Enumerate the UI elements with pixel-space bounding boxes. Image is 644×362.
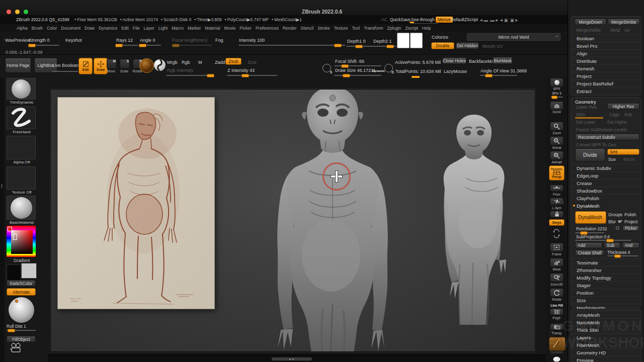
tray-divider-chevron[interactable]: › — [562, 200, 564, 205]
higher-res-button[interactable]: Higher Res — [607, 103, 639, 110]
secondary-color-swatch[interactable] — [21, 263, 37, 279]
subprojection-slider-label[interactable]: SubProjection 0.6 — [576, 234, 610, 239]
panel-section[interactable]: ArrayMesh — [572, 311, 640, 318]
blur-mask-button[interactable]: BlurMask — [493, 57, 513, 64]
resolution-slider-label[interactable]: Resolution 2232 — [576, 226, 607, 231]
dynamesh-button[interactable]: DynaMesh — [575, 211, 606, 224]
cage-button[interactable]: Cage — [609, 112, 619, 117]
menu-item[interactable]: Dynamics — [99, 26, 117, 31]
line-fill-label[interactable]: Line Fill — [546, 304, 568, 307]
menu-item[interactable]: Movie — [224, 26, 236, 31]
symmetry-axis-icon-2[interactable] — [553, 234, 560, 239]
scrollbar-arrows-icon[interactable]: ▲▼ — [289, 358, 295, 360]
draw-size-track[interactable] — [334, 75, 381, 76]
zcut-toggle[interactable]: Zcut — [248, 60, 257, 65]
sfix-handle[interactable] — [551, 96, 557, 99]
menu-item[interactable]: Transform — [364, 26, 383, 31]
fog-button[interactable]: Fog — [215, 38, 223, 43]
menu-item[interactable]: Layer — [144, 26, 154, 31]
sub-button[interactable]: Sub — [604, 242, 620, 248]
morph-uv-button[interactable]: Morph UV — [482, 44, 503, 49]
stroke-thumbnail[interactable] — [7, 107, 36, 129]
menu-item[interactable]: Edit — [121, 26, 129, 31]
current-material-sphere[interactable] — [139, 58, 154, 73]
alpha-thumbnail[interactable] — [7, 136, 36, 159]
panel-section[interactable]: Distribute — [572, 57, 640, 64]
light-position-dot[interactable] — [15, 300, 18, 303]
double-button[interactable]: Double — [431, 42, 454, 49]
focal-shift-handle[interactable] — [341, 64, 349, 68]
draw-size-slider-label[interactable]: Draw Size 46.17211 — [335, 68, 375, 73]
panel-section[interactable]: Geometry HD — [572, 348, 640, 356]
depth2-handle[interactable] — [386, 45, 394, 48]
rgb-intensity-slider-label[interactable]: Rgb Intensity — [167, 68, 194, 73]
subprojection-handle[interactable] — [606, 239, 614, 242]
undo-history-icons[interactable]: ◄▬ ▬► — [479, 18, 500, 23]
smt-toggle[interactable]: Smt — [607, 149, 639, 155]
panel-section[interactable]: Stager — [572, 281, 640, 289]
lock-button[interactable] — [550, 211, 564, 218]
panel-section[interactable]: Project — [572, 72, 640, 79]
scale-button[interactable]: S — [120, 59, 130, 69]
merge-down-button[interactable]: MergeDown — [575, 19, 606, 25]
picker-button[interactable]: Picker — [622, 225, 639, 231]
panel-section[interactable]: NanoMesh — [572, 318, 640, 326]
dynamesh-section-header[interactable]: DynaMesh — [577, 203, 599, 209]
menu-item[interactable]: Brush — [32, 26, 43, 31]
menu-item[interactable]: Color — [47, 26, 57, 31]
intensity-track[interactable] — [238, 45, 345, 46]
actual-button[interactable] — [550, 136, 564, 145]
menus-button[interactable]: Menus — [436, 17, 453, 23]
suv-toggle[interactable]: Suv — [608, 157, 616, 162]
and-button[interactable]: And — [622, 242, 639, 248]
panel-section[interactable]: Size — [572, 296, 640, 304]
z-intensity-track[interactable] — [227, 75, 277, 76]
m-toggle[interactable]: M — [198, 60, 202, 65]
angle-of-view-handle[interactable] — [485, 74, 493, 77]
del-higher-button[interactable]: Del Higher — [607, 120, 627, 125]
strength-handle[interactable] — [28, 44, 36, 47]
roll-dist-handle[interactable] — [8, 329, 15, 332]
del-lower-button[interactable]: Del Lower — [576, 120, 595, 125]
panel-section[interactable]: EdgeLoop — [572, 171, 640, 179]
uv-button[interactable]: Uv — [624, 28, 629, 33]
panel-section[interactable]: Layers — [572, 333, 640, 341]
menu-item[interactable]: Marker — [188, 26, 201, 31]
panel-section[interactable]: Boolean — [572, 34, 640, 42]
aahalf-button[interactable] — [550, 151, 564, 160]
panel-section[interactable]: Crease — [572, 179, 640, 187]
movie-camera-icon[interactable] — [9, 343, 22, 353]
menu-item[interactable]: Tool — [352, 26, 360, 31]
freeze-subdivision-button[interactable]: Freeze SubDivision Levels — [576, 127, 627, 132]
zadd-toggle[interactable]: Zadd — [215, 60, 225, 65]
panel-section[interactable]: Dynamic Subdiv — [572, 164, 640, 171]
panel-section[interactable]: Thick Skin — [572, 326, 640, 333]
create-shell-button[interactable]: Create Shell — [575, 250, 604, 256]
menu-item[interactable]: Picker — [239, 26, 252, 31]
alternate-button[interactable]: Alternate — [7, 288, 36, 296]
focal-length-slider-label[interactable]: Focal length(mm) — [172, 38, 207, 43]
dynamesh-project-toggle[interactable]: Project — [624, 219, 637, 224]
rgb-intensity-track[interactable] — [166, 75, 212, 76]
subprojection-track[interactable] — [575, 240, 631, 241]
viewport-canvas[interactable] — [48, 78, 546, 354]
sfix-slider-label[interactable]: SFix 3 — [546, 92, 568, 95]
intensity-handle[interactable] — [334, 44, 342, 47]
dynamic-draw-size-toggle[interactable]: Dynamic — [372, 68, 385, 73]
panel-section[interactable]: ClayPolish — [572, 194, 640, 202]
panel-section[interactable]: Remesh — [572, 64, 640, 72]
move-3d-button[interactable] — [550, 258, 564, 267]
copy-paste-icons[interactable]: ◄▣ ▣► — [499, 18, 519, 23]
weld-button[interactable]: Weld — [610, 28, 620, 33]
ghost-transparency-button[interactable] — [549, 337, 566, 351]
draw-size-handle[interactable] — [343, 74, 350, 77]
scroll-button[interactable] — [550, 101, 564, 110]
texture-thumbnail[interactable] — [7, 166, 36, 190]
z-intensity-slider-label[interactable]: Z Intensity 43 — [227, 68, 255, 73]
rays-handle[interactable] — [115, 44, 123, 47]
zoom3d-button[interactable] — [550, 273, 564, 282]
add-button[interactable]: Add — [575, 242, 602, 248]
gxyz-button[interactable]: Gxyz — [549, 219, 565, 226]
rstr-button[interactable]: Rstr — [624, 112, 632, 117]
geometry-header[interactable]: Geometry — [575, 99, 596, 105]
